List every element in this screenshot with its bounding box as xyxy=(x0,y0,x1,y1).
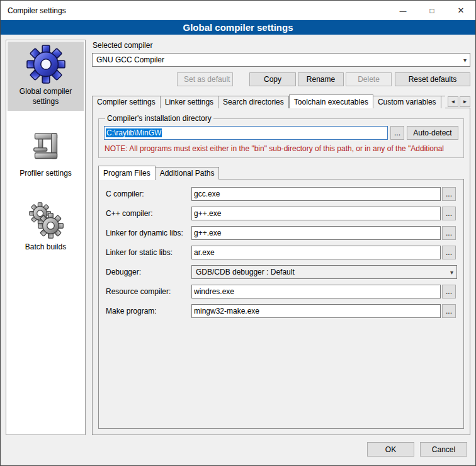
program-files-panel: C compiler: ... C++ compiler: ... Linker… xyxy=(98,179,464,429)
tab-search-directories[interactable]: Search directories xyxy=(218,96,289,108)
autodetect-button[interactable]: Auto-detect xyxy=(407,126,458,140)
tab-compiler-settings[interactable]: Compiler settings xyxy=(92,96,161,108)
tab-linker-settings[interactable]: Linker settings xyxy=(161,96,218,108)
install-dir-browse-button[interactable]: ... xyxy=(390,126,404,140)
c-compiler-input[interactable] xyxy=(191,187,441,201)
minimize-button[interactable]: — xyxy=(388,1,417,20)
window-controls: — □ ✕ xyxy=(388,1,475,20)
linker-static-input[interactable] xyxy=(191,246,441,259)
dialog-content: Global compiler settings Profiler se xyxy=(1,35,475,438)
resource-compiler-browse-button[interactable]: ... xyxy=(442,285,456,298)
install-dir-group-title: Compiler's installation directory xyxy=(105,114,213,123)
resource-compiler-input[interactable] xyxy=(191,285,441,298)
sidebar-item-profiler-settings[interactable]: Profiler settings xyxy=(8,126,84,183)
selected-compiler-dropdown[interactable]: GNU GCC Compiler ▾ xyxy=(92,53,470,67)
subtab-additional-paths[interactable]: Additional Paths xyxy=(156,167,220,179)
tab-scroll-right-button[interactable]: ► xyxy=(460,96,470,107)
toolchain-form: C compiler: ... C++ compiler: ... Linker… xyxy=(105,187,457,318)
cancel-button[interactable]: Cancel xyxy=(420,442,467,457)
gears-icon xyxy=(27,202,65,239)
make-program-input[interactable] xyxy=(191,304,441,318)
cpp-compiler-input[interactable] xyxy=(191,207,441,220)
c-compiler-browse-button[interactable]: ... xyxy=(442,187,456,201)
dialog-footer: OK Cancel xyxy=(1,438,475,465)
subtab-program-files[interactable]: Program Files xyxy=(98,166,156,180)
ok-button[interactable]: OK xyxy=(367,442,414,457)
debugger-value: GDB/CDB debugger : Default xyxy=(196,268,448,276)
cpp-compiler-browse-button[interactable]: ... xyxy=(442,207,456,220)
selected-compiler-value: GNU GCC Compiler xyxy=(96,55,461,64)
maximize-button[interactable]: □ xyxy=(417,1,446,20)
install-dir-input[interactable]: C:\raylib\MinGW xyxy=(104,126,388,140)
window-title: Compiler settings xyxy=(1,6,388,15)
selected-compiler-label: Selected compiler xyxy=(93,41,470,50)
chevron-down-icon: ▾ xyxy=(450,269,453,276)
sidebar-item-label: Profiler settings xyxy=(20,169,72,179)
copy-button[interactable]: Copy xyxy=(249,72,296,86)
delete-button[interactable]: Delete xyxy=(346,72,392,86)
linker-dynamic-label: Linker for dynamic libs: xyxy=(105,229,190,237)
tab-bar: Compiler settings Linker settings Search… xyxy=(92,94,470,108)
linker-static-browse-button[interactable]: ... xyxy=(442,246,456,259)
sidebar: Global compiler settings Profiler se xyxy=(6,40,86,435)
install-dir-row: C:\raylib\MinGW ... Auto-detect xyxy=(104,126,458,140)
subtab-bar: Program Files Additional Paths xyxy=(98,166,464,179)
resource-compiler-label: Resource compiler: xyxy=(105,287,190,296)
linker-dynamic-input[interactable] xyxy=(191,226,441,240)
debugger-label: Debugger: xyxy=(105,268,190,276)
linker-dynamic-browse-button[interactable]: ... xyxy=(442,226,456,240)
cpp-compiler-label: C++ compiler: xyxy=(105,209,190,218)
main-panel: Selected compiler GNU GCC Compiler ▾ Set… xyxy=(92,40,470,435)
install-dir-selected-text: C:\raylib\MinGW xyxy=(106,128,162,137)
set-as-default-button[interactable]: Set as default xyxy=(177,72,233,86)
sidebar-item-label: Global compiler settings xyxy=(9,87,82,106)
close-button[interactable]: ✕ xyxy=(446,1,475,20)
sidebar-item-label: Batch builds xyxy=(25,242,66,253)
compiler-settings-window: Compiler settings — □ ✕ Global compiler … xyxy=(0,0,476,466)
toolchain-executables-panel: Compiler's installation directory C:\ray… xyxy=(92,108,470,435)
make-program-label: Make program: xyxy=(105,307,190,315)
clamp-tool-icon xyxy=(28,129,64,166)
compiler-actions: Set as default Copy Rename Delete Reset … xyxy=(92,72,470,86)
tab-custom-variables[interactable]: Custom variables xyxy=(373,96,441,108)
titlebar[interactable]: Compiler settings — □ ✕ xyxy=(1,1,475,20)
c-compiler-label: C compiler: xyxy=(105,190,190,198)
gear-icon xyxy=(26,45,65,84)
banner-title: Global compiler settings xyxy=(1,20,475,35)
linker-static-label: Linker for static libs: xyxy=(105,248,190,257)
install-dir-group: Compiler's installation directory C:\ray… xyxy=(98,114,464,158)
tab-scroll-buttons: ◄ ► xyxy=(448,96,470,108)
reset-defaults-button[interactable]: Reset defaults xyxy=(395,72,470,86)
sidebar-item-global-compiler-settings[interactable]: Global compiler settings xyxy=(8,42,84,111)
tab-scroll-left-button[interactable]: ◄ xyxy=(448,96,458,107)
rename-button[interactable]: Rename xyxy=(298,72,344,86)
debugger-dropdown[interactable]: GDB/CDB debugger : Default ▾ xyxy=(191,265,457,279)
tab-toolchain-executables[interactable]: Toolchain executables xyxy=(289,94,373,108)
chevron-down-icon: ▾ xyxy=(463,57,467,64)
note-text: NOTE: All programs must exist either in … xyxy=(105,144,458,153)
tab-scroller: Compiler settings Linker settings Search… xyxy=(92,94,445,108)
make-program-browse-button[interactable]: ... xyxy=(442,304,456,318)
sidebar-item-batch-builds[interactable]: Batch builds xyxy=(8,198,84,257)
tab-build-options[interactable]: Buil xyxy=(441,96,445,108)
